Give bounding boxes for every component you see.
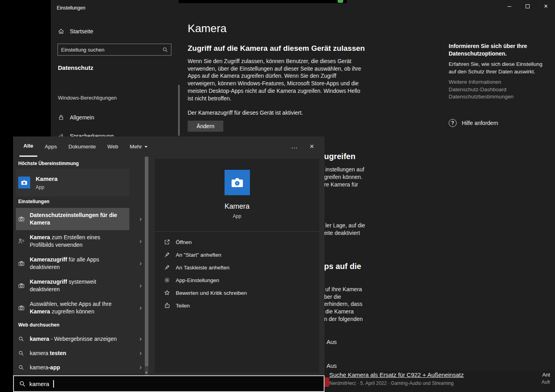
clipped-text-fragment: greifen können.	[324, 174, 363, 180]
result-title: Datenschutzeinstellungen für die Kamera	[30, 211, 125, 227]
chevron-right-icon[interactable]: ›	[140, 215, 145, 223]
search-result-apps-auswaehlen[interactable]: Auswählen, welche Apps auf Ihre Kamera z…	[16, 297, 145, 319]
search-icon	[18, 336, 25, 342]
action-oeffnen[interactable]: Öffnen	[155, 236, 319, 248]
aside-links: Weitere Informationen Datenschutz-Dashbo…	[449, 79, 514, 101]
page-title: Kamera	[188, 22, 227, 35]
camera-app-icon	[18, 177, 30, 188]
action-teilen[interactable]: Teilen	[155, 299, 319, 312]
search-result-kamerazugriff-apps[interactable]: Kamerazugriff für alle Apps deaktivieren…	[16, 252, 145, 275]
action-an-start-anheften[interactable]: An "Start" anheften	[155, 248, 319, 261]
body-text: Wenn Sie den Zugriff zulassen, können Be…	[188, 58, 366, 102]
rate-icon	[164, 290, 170, 296]
action-app-einstellungen[interactable]: App-Einstellungen	[155, 274, 319, 286]
chevron-right-icon[interactable]: ›	[140, 260, 145, 267]
tab-web[interactable]: Web	[104, 136, 123, 157]
minimize-button[interactable]	[500, 0, 519, 13]
search-result-kamera-app[interactable]: Kamera App	[16, 169, 145, 196]
camera-app-icon-large	[225, 170, 250, 195]
search-icon	[18, 350, 25, 356]
action-bewerten[interactable]: Bewerten und Kritik schreiben	[155, 286, 319, 299]
share-icon	[164, 302, 170, 309]
gear-icon	[164, 277, 170, 283]
chevron-right-icon[interactable]: ›	[140, 304, 145, 311]
background-strip	[179, 0, 347, 3]
windows-search-panel: Alle Apps Dokumente Web Mehr … × Höchste…	[13, 136, 325, 392]
tab-dokumente[interactable]: Dokumente	[65, 136, 100, 157]
close-icon: ×	[544, 3, 547, 10]
close-search-button[interactable]: ×	[305, 140, 318, 152]
home-icon	[58, 28, 64, 35]
pin-icon	[164, 264, 170, 271]
chevron-right-icon[interactable]: ›	[140, 238, 145, 245]
section-header-web: Web durchsuchen	[18, 322, 60, 328]
chevron-down-icon	[144, 146, 148, 148]
preview-app-title: Kamera	[155, 202, 319, 211]
toggle-state-label: Aus	[326, 338, 337, 345]
search-icon	[18, 365, 25, 371]
tab-apps[interactable]: Apps	[41, 136, 61, 157]
clipped-text-fragment: ler Lage, auf die	[325, 222, 365, 229]
person-icon	[18, 238, 25, 244]
search-result-datenschutzeinstellungen[interactable]: Datenschutzeinstellungen für die Kamera …	[16, 208, 145, 230]
sidebar-page-title: Datenschutz	[58, 64, 93, 71]
background-browser-strip: Suche Kamera als Ersatz für C922 + Außen…	[317, 370, 555, 392]
forum-clipped-column: Ant	[542, 372, 550, 378]
sidebar-item-label: Startseite	[70, 28, 93, 35]
clipped-text-fragment: uf Ihre Kamera	[325, 286, 362, 292]
sidebar-scrollbar[interactable]	[178, 85, 180, 136]
help-link[interactable]: ? Hilfe anfordern	[449, 119, 498, 127]
clipped-text-fragment: instellungen auf	[325, 166, 364, 173]
camera-icon	[18, 305, 25, 311]
search-input-bar[interactable]: kamera	[13, 375, 325, 392]
maximize-icon	[526, 4, 530, 8]
settings-search-input[interactable]	[58, 47, 159, 53]
action-an-taskleiste-anheften[interactable]: An Taskleiste anheften	[155, 261, 319, 274]
tab-alle[interactable]: Alle	[19, 136, 37, 157]
results-scrollbar[interactable]	[145, 157, 148, 375]
scroll-down-icon[interactable]	[145, 372, 148, 374]
best-match-subtitle: App	[36, 184, 58, 190]
link-weitere-informationen[interactable]: Weitere Informationen	[449, 79, 514, 86]
sidebar-item-allgemein[interactable]: Allgemein	[58, 113, 94, 121]
chevron-right-icon[interactable]: ›	[140, 335, 145, 342]
screen: Einstellungen × Startseite Datenschutz W…	[0, 0, 555, 392]
chevron-right-icon[interactable]: ›	[140, 282, 145, 289]
forum-thread-meta: NerdmitHerz · 5. April 2022 · Gaming-Aud…	[329, 380, 453, 386]
link-datenschutz-dashboard[interactable]: Datenschutz-Dashboard	[449, 86, 514, 94]
maximize-button[interactable]	[519, 0, 537, 13]
clipped-text-fragment: ps auf die	[324, 262, 361, 271]
close-button[interactable]: ×	[537, 0, 555, 13]
change-button[interactable]: Ändern	[188, 121, 223, 132]
toggle-state-label: Aus	[326, 362, 337, 369]
clipped-text-fragment: eite deaktiviert	[324, 230, 360, 236]
web-result-webergebnisse[interactable]: kamera - Webergebnisse anzeigen ›	[16, 332, 145, 346]
web-result-kamera-app[interactable]: kamera-app ›	[16, 360, 145, 375]
scrollbar-thumb[interactable]	[145, 157, 148, 366]
search-icon	[159, 47, 171, 53]
link-datenschutzbestimmungen[interactable]: Datenschutzbestimmungen	[449, 93, 514, 101]
result-title: Kamerazugriff systemweit deaktivieren	[30, 278, 125, 293]
result-title: Auswählen, welche Apps auf Ihre Kamera z…	[30, 300, 125, 315]
sidebar-item-startseite[interactable]: Startseite	[58, 27, 93, 35]
result-title: Kamera zum Erstellen eines Profilbilds v…	[30, 234, 125, 249]
tab-mehr[interactable]: Mehr	[126, 136, 152, 157]
more-options-button[interactable]: …	[288, 140, 301, 152]
forum-thread-title[interactable]: Suche Kamera als Ersatz für C922 + Außen…	[329, 371, 464, 378]
search-results-list: Höchste Übereinstimmung Kamera App Einst…	[13, 157, 149, 375]
search-result-kamerazugriff-systemweit[interactable]: Kamerazugriff systemweit deaktivieren ›	[16, 275, 145, 297]
app-action-list: Öffnen An "Start" anheften An Taskleiste…	[155, 231, 319, 312]
help-icon: ?	[449, 119, 457, 127]
chevron-right-icon[interactable]: ›	[140, 364, 145, 371]
window-controls: ×	[500, 0, 555, 13]
open-icon	[164, 239, 170, 245]
web-result-kamera-testen[interactable]: kamera testen ›	[16, 346, 145, 360]
chevron-right-icon[interactable]: ›	[140, 350, 145, 357]
taskbar-icon-fragment	[338, 0, 343, 3]
camera-icon	[18, 216, 25, 222]
aside-description: Erfahren Sie, wie sich diese Einstellung…	[449, 61, 545, 75]
search-result-profilbild[interactable]: Kamera zum Erstellen eines Profilbilds v…	[16, 230, 145, 252]
section-header-einstellungen: Einstellungen	[18, 199, 50, 204]
camera-icon	[18, 260, 25, 267]
forum-clipped-column: Aufr	[542, 379, 550, 385]
